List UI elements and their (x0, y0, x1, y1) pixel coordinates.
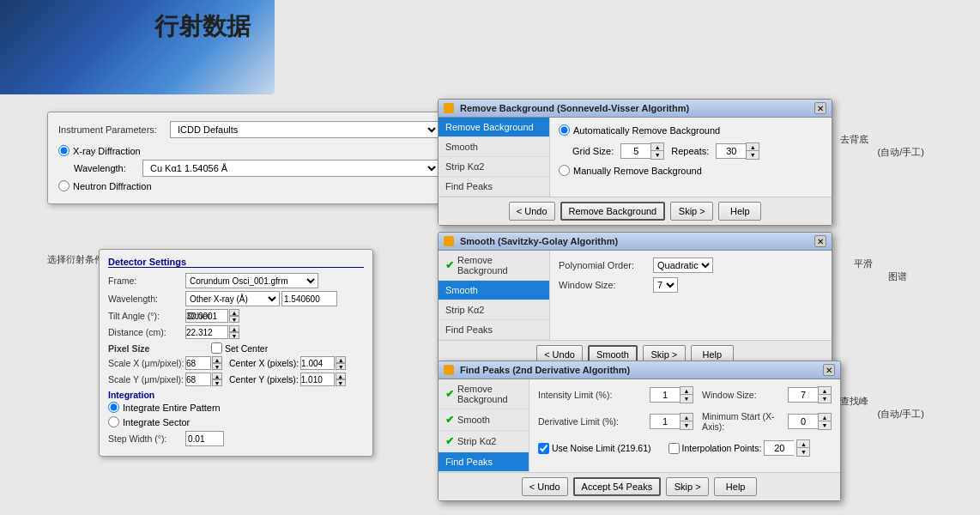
tilt-angle-label: Tilt Angle (°): (108, 311, 185, 321)
distance-up-btn[interactable]: ▲ (229, 325, 239, 332)
use-noise-checkbox[interactable] (538, 443, 549, 454)
remove-bg-help-btn[interactable]: Help (718, 202, 761, 221)
interpolation-checkbox[interactable] (668, 443, 680, 454)
fp-step-smooth[interactable]: ✔ Smooth (439, 409, 529, 431)
smooth-content: Polynomial Order: Quadratic Window Size:… (550, 251, 832, 340)
remove-bg-undo-btn[interactable]: < Undo (509, 202, 555, 221)
auto-remove-radio[interactable] (559, 124, 570, 136)
deriv-down[interactable]: ▼ (681, 421, 693, 429)
center-y-down-btn[interactable]: ▼ (336, 379, 346, 386)
fp-step-peaks[interactable]: Find Peaks (439, 452, 529, 472)
interp-down[interactable]: ▼ (797, 448, 809, 456)
remove-bg-footer: < Undo Remove Background Skip > Help (439, 197, 832, 225)
smooth-step-smooth-label: Smooth (445, 285, 478, 295)
integrate-sector-radio[interactable] (108, 416, 119, 427)
use-noise-label: Use Noise Limit (219.61) (552, 443, 651, 453)
center-x-down-btn[interactable]: ▼ (336, 363, 346, 370)
find-peaks-footer: < Undo Accept 54 Peaks Skip > Help (439, 472, 840, 500)
xray-radio[interactable] (58, 145, 70, 156)
fp-step-strip-label: Strip Kα2 (457, 436, 497, 446)
center-y-label: Center Y (pixels): (229, 374, 299, 385)
find-peaks-action-btn[interactable]: Accept 54 Peaks (573, 477, 662, 496)
min-start-input[interactable] (788, 414, 818, 429)
window-size-select[interactable]: 7 (653, 277, 678, 293)
neutron-label: Neutron Diffraction (73, 181, 152, 191)
find-peaks-undo-btn[interactable]: < Undo (522, 477, 568, 496)
tilt-down-btn[interactable]: ▼ (229, 316, 239, 323)
smooth-titlebar: Smooth (Savitzky-Golay Algorithm) ✕ (439, 233, 832, 251)
step-find-peaks-1[interactable]: Find Peaks (439, 177, 549, 197)
integrate-entire-radio[interactable] (108, 402, 119, 413)
grid-size-up[interactable]: ▲ (651, 143, 663, 151)
find-peaks-help-btn[interactable]: Help (714, 477, 757, 496)
repeats-input[interactable] (716, 143, 746, 159)
ws-fp-down[interactable]: ▼ (819, 395, 831, 403)
poly-order-select[interactable]: Quadratic (653, 258, 713, 273)
fp-step-strip[interactable]: ✔ Strip Kα2 (439, 431, 529, 452)
wavelength-det-label: Wavelength: (108, 294, 185, 304)
smooth-steps: ✔ Remove Background Smooth Strip Kα2 Fin… (439, 251, 550, 340)
derivative-limit-input[interactable] (650, 414, 680, 429)
remove-bg-action-btn[interactable]: Remove Background (560, 202, 666, 221)
smooth-close[interactable]: ✕ (814, 235, 826, 247)
intensity-limit-label: Intensity Limit (%): (538, 390, 650, 400)
window-size-fp-input[interactable] (788, 387, 818, 403)
grid-size-down[interactable]: ▼ (651, 151, 663, 159)
smooth-step-peaks[interactable]: Find Peaks (439, 320, 549, 340)
auto-remove-label: Automatically Remove Background (573, 125, 720, 136)
wavelength-select[interactable]: Cu Kα1 1.54056 Å (142, 160, 439, 177)
center-y-up-btn[interactable]: ▲ (336, 373, 346, 379)
scale-x-up-btn[interactable]: ▲ (212, 356, 222, 363)
scale-x-input[interactable] (185, 356, 211, 370)
distance-down-btn[interactable]: ▼ (229, 332, 239, 339)
fp-check-smooth: ✔ (445, 414, 454, 426)
ws-fp-up[interactable]: ▲ (819, 387, 831, 395)
center-x-up-btn[interactable]: ▲ (336, 356, 346, 363)
step-width-input[interactable] (185, 431, 224, 446)
neutron-radio[interactable] (58, 180, 70, 191)
tilt-up-btn[interactable]: ▲ (229, 309, 239, 316)
intensity-up[interactable]: ▲ (681, 387, 693, 395)
fp-step-remove-bg[interactable]: ✔ Remove Background (439, 379, 529, 409)
step-smooth-1[interactable]: Smooth (439, 137, 549, 157)
scale-x-down-btn[interactable]: ▼ (212, 363, 222, 370)
scale-y-down-btn[interactable]: ▼ (212, 379, 222, 386)
wavelength-type-select[interactable]: Other X-ray (Å) (185, 291, 280, 306)
intensity-down[interactable]: ▼ (681, 395, 693, 403)
repeats-down[interactable]: ▼ (747, 151, 759, 159)
interp-up[interactable]: ▲ (797, 440, 809, 448)
intensity-limit-input[interactable] (650, 387, 680, 403)
min-start-label: Minimum Start (X-Axis): (702, 411, 788, 432)
frame-select[interactable]: Corundum Osci_001.gfrm (185, 273, 318, 288)
min-start-up[interactable]: ▲ (819, 414, 831, 421)
remove-bg-skip-btn[interactable]: Skip > (670, 202, 713, 221)
interpolation-input[interactable] (764, 440, 794, 456)
grid-size-input[interactable] (620, 143, 650, 159)
instrument-params-select[interactable]: ICDD Defaults (170, 121, 439, 138)
scale-y-up-btn[interactable]: ▲ (212, 373, 222, 379)
fp-step-smooth-label: Smooth (457, 415, 490, 425)
center-y-input[interactable] (300, 373, 335, 386)
deriv-up[interactable]: ▲ (681, 414, 693, 421)
step-strip-ka2-1[interactable]: Strip Kα2 (439, 157, 549, 177)
find-peaks-close[interactable]: ✕ (823, 364, 835, 376)
repeats-up[interactable]: ▲ (747, 143, 759, 151)
center-x-input[interactable] (300, 356, 335, 370)
fp-check-remove-bg: ✔ (445, 388, 454, 400)
wavelength-num-input[interactable] (281, 291, 337, 306)
remove-bg-close[interactable]: ✕ (814, 102, 826, 114)
smooth-step-remove-bg[interactable]: ✔ Remove Background (439, 251, 549, 281)
set-center-checkbox[interactable] (211, 342, 222, 354)
wavelength-label: Wavelength: (74, 163, 142, 173)
min-start-down[interactable]: ▼ (819, 421, 831, 429)
distance-input[interactable] (185, 325, 228, 339)
find-peaks-content: Intensity Limit (%): ▲ ▼ Window Size: (529, 379, 840, 472)
smooth-step-strip[interactable]: Strip Kα2 (439, 300, 549, 320)
manual-remove-radio[interactable] (559, 165, 570, 176)
smooth-step-smooth[interactable]: Smooth (439, 281, 549, 300)
distance-label: Distance (cm): (108, 327, 185, 337)
interpolation-label: Interpolation Points: (682, 443, 762, 453)
scale-y-input[interactable] (185, 373, 211, 386)
step-remove-background[interactable]: Remove Background (439, 118, 549, 137)
find-peaks-skip-btn[interactable]: Skip > (666, 477, 709, 496)
